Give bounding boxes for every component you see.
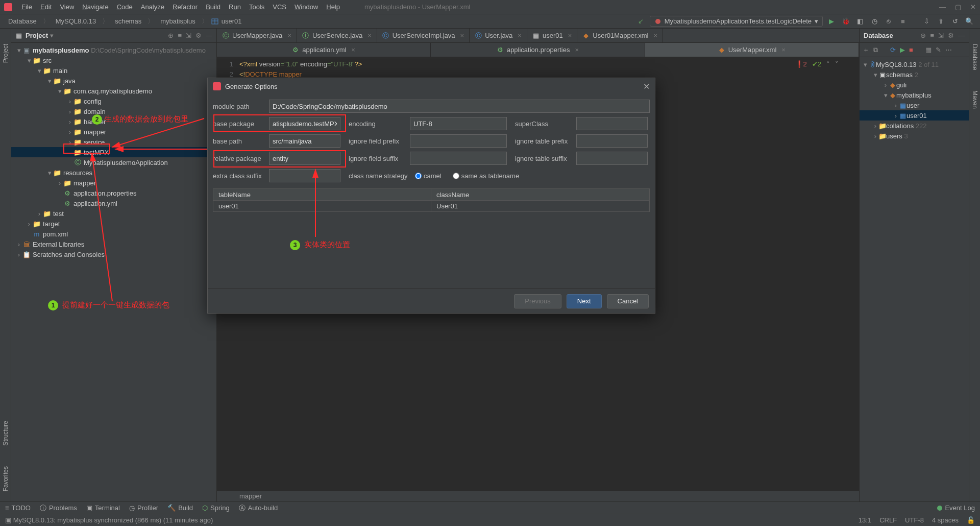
vcs-history-icon[interactable]: ↺ — [949, 16, 961, 27]
profile-icon[interactable]: ◷ — [869, 16, 880, 27]
warning-badge[interactable]: ✔2 — [812, 60, 821, 68]
tool-favorites[interactable]: Favorites — [2, 466, 9, 491]
input-ignore-field-suffix[interactable] — [410, 152, 507, 165]
attach-icon[interactable]: ⎋ — [883, 16, 894, 27]
status-icon[interactable]: ▣ — [5, 516, 11, 524]
input-extra-class-suffix[interactable] — [269, 169, 340, 182]
database-tree[interactable]: ▾🛢MySQL8.0.13 2 of 11 ▾▣schemas 2 ›◆guli… — [860, 57, 969, 501]
gear-icon[interactable]: ⚙ — [195, 32, 202, 39]
window-maximize-icon[interactable]: ▢ — [955, 3, 961, 11]
input-relative-package[interactable] — [269, 152, 340, 165]
chevron-down-icon[interactable]: ▾ — [50, 32, 54, 39]
menu-vcs[interactable]: VCS — [268, 3, 290, 11]
tree-node-testmpx[interactable]: 📁testMPX — [11, 147, 216, 157]
tab-user01mapper-xml[interactable]: ◆User01Mapper.xml× — [577, 29, 663, 42]
menu-run[interactable]: Run — [225, 3, 245, 11]
stop-icon[interactable]: ■ — [909, 46, 913, 54]
tab-usermapper-java[interactable]: ⒸUserMapper.java× — [217, 29, 297, 42]
close-icon[interactable]: × — [575, 46, 579, 54]
vcs-commit-icon[interactable]: ⇧ — [935, 16, 946, 27]
menu-edit[interactable]: Edit — [36, 3, 56, 11]
close-icon[interactable]: × — [460, 32, 464, 39]
hide-icon[interactable]: — — [206, 32, 212, 39]
expand-icon[interactable]: ≡ — [178, 32, 182, 39]
vcs-update-icon[interactable]: ⇩ — [921, 16, 932, 27]
tool-database[interactable]: Database — [971, 44, 978, 70]
menu-refactor[interactable]: Refactor — [168, 3, 202, 11]
chevron-down-icon[interactable]: ˅ — [835, 60, 839, 68]
collapse-icon[interactable]: ⇲ — [186, 32, 191, 39]
tab-userservice-java[interactable]: ⒾUserService.java× — [297, 29, 377, 42]
project-tree[interactable]: ▾▣mybatisplusdemo D:\Code\SpringCode\myb… — [11, 43, 216, 501]
debug-icon[interactable]: 🐞 — [840, 16, 851, 27]
hide-icon[interactable]: — — [958, 32, 965, 39]
input-base-path[interactable] — [269, 134, 340, 148]
menu-window[interactable]: Window — [290, 3, 322, 11]
chevron-up-icon[interactable]: ˄ — [826, 60, 830, 68]
previous-button[interactable]: Previous — [514, 294, 561, 308]
tool-autobuild[interactable]: ⒶAuto-build — [239, 504, 278, 513]
tab-usermapper-xml[interactable]: ◆UserMapper.xml× — [645, 43, 859, 57]
close-icon[interactable]: × — [518, 32, 522, 39]
refresh-icon[interactable]: ⟳ — [890, 46, 896, 54]
input-base-package[interactable] — [269, 117, 340, 130]
locate-icon[interactable]: ⊕ — [168, 32, 174, 39]
indent-info[interactable]: 4 spaces — [932, 516, 959, 524]
tab-application-properties[interactable]: ⚙application.properties× — [431, 43, 645, 57]
menu-build[interactable]: Build — [202, 3, 225, 11]
editor-breadcrumb[interactable]: mapper — [217, 490, 859, 501]
tab-user01-table[interactable]: ▦user01× — [527, 29, 577, 42]
next-button[interactable]: Next — [567, 294, 602, 308]
col-classname[interactable]: className — [431, 189, 649, 200]
tool-build[interactable]: 🔨Build — [167, 504, 193, 512]
more-icon[interactable]: ⋯ — [945, 46, 952, 54]
readonly-icon[interactable]: 🔓 — [967, 516, 975, 524]
tool-terminal[interactable]: ▣Terminal — [86, 504, 120, 512]
dialog-close-icon[interactable]: ✕ — [643, 82, 650, 91]
collapse-icon[interactable]: ⇲ — [938, 32, 944, 39]
window-close-icon[interactable]: ✕ — [970, 3, 976, 11]
copy-icon[interactable]: ⧉ — [873, 46, 878, 54]
cancel-button[interactable]: Cancel — [607, 294, 649, 308]
back-icon[interactable]: ↙ — [635, 16, 647, 27]
run-sql-icon[interactable]: ▶ — [900, 46, 905, 54]
close-icon[interactable]: × — [781, 46, 786, 54]
tool-todo[interactable]: ≡TODO — [5, 504, 31, 512]
table-view-icon[interactable]: ▦ — [925, 46, 932, 54]
close-icon[interactable]: × — [351, 46, 355, 54]
menu-help[interactable]: Help — [322, 3, 344, 11]
search-icon[interactable]: 🔍 — [964, 16, 975, 27]
dialog-table-row[interactable]: user01 User01 — [213, 201, 650, 212]
menu-file[interactable]: FFileile — [17, 3, 36, 11]
close-icon[interactable]: × — [568, 32, 572, 39]
input-ignore-field-prefix[interactable] — [410, 134, 507, 148]
tool-project[interactable]: Project — [2, 44, 9, 63]
input-ignore-table-prefix[interactable] — [576, 134, 648, 148]
error-badge[interactable]: ❗2 — [795, 60, 807, 68]
input-ignore-table-suffix[interactable] — [576, 152, 648, 165]
close-icon[interactable]: × — [368, 32, 372, 39]
breadcrumb[interactable]: MySQL8.0.13 — [53, 17, 100, 25]
tab-application-yml[interactable]: ⚙application.yml× — [217, 43, 431, 57]
diagram-icon[interactable]: ✎ — [936, 46, 941, 54]
tool-spring[interactable]: ⬡Spring — [202, 504, 230, 512]
locate-icon[interactable]: ⊕ — [920, 32, 926, 39]
file-encoding[interactable]: UTF-8 — [905, 516, 924, 524]
radio-camel[interactable]: camel — [415, 172, 442, 180]
tool-structure[interactable]: Structure — [2, 421, 9, 446]
menu-analyze[interactable]: Analyze — [137, 3, 168, 11]
menu-navigate[interactable]: Navigate — [78, 3, 112, 11]
input-module-path[interactable] — [269, 100, 650, 113]
input-encoding[interactable] — [410, 117, 507, 130]
gear-icon[interactable]: ⚙ — [948, 32, 954, 39]
window-minimize-icon[interactable]: — — [939, 3, 946, 11]
line-separator[interactable]: CRLF — [879, 516, 897, 524]
col-tablename[interactable]: tableName — [213, 189, 431, 200]
project-title[interactable]: Project — [26, 32, 48, 39]
tool-eventlog[interactable]: Event Log — [937, 504, 975, 512]
menu-code[interactable]: Code — [113, 3, 137, 11]
input-superclass[interactable] — [576, 117, 648, 130]
tool-problems[interactable]: ⓘProblems — [40, 504, 77, 513]
tool-profiler[interactable]: ◷Profiler — [129, 504, 158, 512]
tab-user-java[interactable]: ⒸUser.java× — [470, 29, 527, 42]
